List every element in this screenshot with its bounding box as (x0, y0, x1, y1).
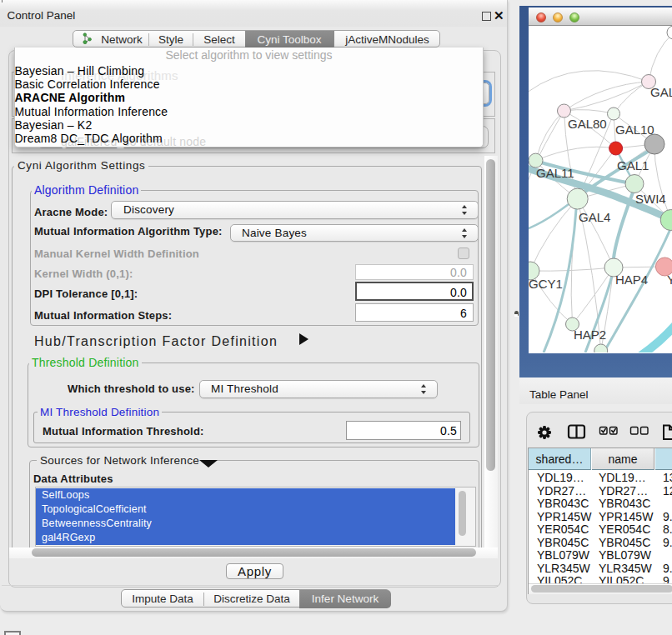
svg-text:GCY1: GCY1 (529, 277, 563, 291)
svg-text:GAL1: GAL1 (617, 158, 649, 172)
svg-text:HAP2: HAP2 (574, 328, 606, 342)
svg-text:GAL11: GAL11 (536, 166, 574, 180)
svg-text:HAP4: HAP4 (615, 272, 648, 287)
svg-text:GAL10: GAL10 (615, 122, 654, 137)
svg-text:SWI4: SWI4 (635, 192, 666, 206)
svg-text:GAL: GAL (650, 85, 672, 99)
svg-text:GAL4: GAL4 (579, 210, 610, 224)
svg-text:Y: Y (667, 272, 672, 287)
svg-text:GAL80: GAL80 (568, 117, 607, 131)
